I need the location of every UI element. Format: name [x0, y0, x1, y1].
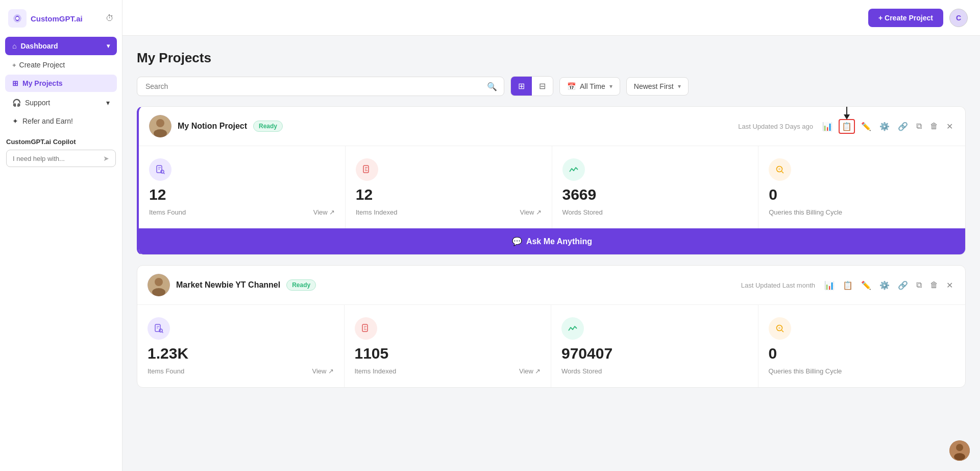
edit-icon-market[interactable]: ✏️ [859, 278, 873, 292]
view-list-button[interactable]: ⊞ [511, 77, 532, 96]
stats-grid-market: 1.23K Items Found View ↗ 1105 [137, 305, 965, 387]
logo-area: CustomGPT.ai ⏱ [0, 0, 122, 37]
items-indexed-value-market: 1105 [355, 345, 541, 362]
copilot-section: CustomGPT.ai Copilot ➤ [6, 138, 116, 167]
svg-point-4 [154, 129, 167, 137]
remove-icon[interactable]: ✕ [944, 120, 955, 133]
stat-queries-market: 0 Queries this Billing Cycle [758, 305, 966, 387]
filter-time-dropdown[interactable]: 📅 All Time ▾ [559, 77, 620, 96]
content-area: My Projects 🔍 ⊞ ⊟ 📅 All Time ▾ Newest Fi… [122, 36, 980, 471]
view-toggle: ⊞ ⊟ [510, 76, 553, 96]
last-updated-market: Last Updated Last month [741, 281, 815, 289]
project-avatar-market [148, 274, 170, 296]
svg-line-24 [162, 332, 163, 333]
words-stored-value-market: 970407 [561, 345, 748, 362]
svg-point-33 [778, 327, 780, 329]
queries-value-notion: 0 [769, 186, 955, 203]
items-found-value-notion: 12 [149, 186, 335, 203]
items-indexed-value-notion: 12 [356, 186, 542, 203]
svg-point-8 [161, 170, 164, 173]
project-card-notion: My Notion Project Ready Last Updated 3 D… [137, 106, 966, 255]
chevron-down-support-icon: ▾ [106, 99, 110, 107]
stat-items-found-notion: 12 Items Found View ↗ [139, 146, 346, 228]
stat-label-row-found: Items Found View ↗ [149, 208, 335, 216]
project-header-market: Market Newbie YT Channel Ready Last Upda… [137, 266, 965, 305]
svg-point-18 [778, 168, 780, 170]
delete-icon[interactable]: 🗑 [928, 120, 940, 133]
copilot-input-wrap[interactable]: ➤ [6, 150, 116, 167]
remove-icon-market[interactable]: ✕ [944, 278, 955, 292]
settings-icon-market[interactable]: ⚙️ [877, 278, 892, 292]
project-avatar-notion [149, 115, 172, 137]
project-card-market: Market Newbie YT Channel Ready Last Upda… [137, 265, 966, 388]
documents-icon[interactable]: 📋 [839, 119, 855, 134]
items-found-view-link[interactable]: View ↗ [313, 208, 335, 216]
stat-words-stored-market: 970407 Words Stored [551, 305, 758, 387]
avatar-face [949, 440, 970, 461]
sidebar-item-dashboard[interactable]: ⌂ Dashboard ▾ [5, 37, 117, 55]
words-stored-icon [562, 158, 585, 181]
external-link-icon-2: ↗ [536, 208, 542, 216]
bottom-user-avatar[interactable] [949, 440, 970, 461]
copilot-title: CustomGPT.ai Copilot [6, 138, 116, 146]
link-icon[interactable]: 🔗 [896, 120, 910, 133]
stat-items-found-market: 1.23K Items Found View ↗ [137, 305, 345, 387]
project-actions-notion: Last Updated 3 Days ago 📊 📋 ✏️ ⚙️ 🔗 ⧉ [738, 120, 955, 133]
stat-items-indexed-market: 1105 Items Indexed View ↗ [345, 305, 552, 387]
project-status-notion: Ready [253, 121, 283, 132]
search-wrap: 🔍 [137, 77, 504, 96]
items-found-view-link-market[interactable]: View ↗ [312, 367, 334, 375]
plus-icon: + [12, 61, 16, 69]
items-indexed-view-link[interactable]: View ↗ [520, 208, 542, 216]
words-stored-label-market: Words Stored [561, 367, 602, 375]
queries-label: Queries this Billing Cycle [769, 208, 842, 216]
words-stored-icon-market [561, 317, 584, 340]
copy-icon-market[interactable]: ⧉ [914, 278, 924, 292]
documents-icon-market[interactable]: 📋 [841, 278, 855, 292]
stat-queries-notion: 0 Queries this Billing Cycle [758, 146, 965, 228]
stats-grid-notion: 12 Items Found View ↗ 12 [139, 146, 965, 228]
items-indexed-label-market: Items Indexed [355, 367, 397, 375]
logo-icon [8, 9, 27, 28]
svg-line-17 [782, 172, 784, 174]
dashboard-label: Dashboard [20, 42, 58, 50]
svg-line-32 [781, 331, 783, 333]
top-bar: + Create Project C [122, 0, 980, 36]
last-updated-notion: Last Updated 3 Days ago [738, 123, 813, 130]
sidebar-item-refer[interactable]: ✦ Refer and Earn! [5, 112, 117, 130]
avatar-image-notion [149, 115, 172, 137]
copy-icon[interactable]: ⧉ [914, 120, 924, 133]
items-found-label: Items Found [149, 208, 186, 216]
view-grid-button[interactable]: ⊟ [532, 77, 553, 96]
sidebar-item-my-projects[interactable]: ⊞ My Projects [5, 75, 117, 92]
edit-icon[interactable]: ✏️ [859, 120, 873, 133]
chevron-down-icon: ▾ [107, 42, 110, 50]
queries-icon-market [769, 317, 791, 340]
copilot-input[interactable] [13, 155, 99, 162]
items-indexed-view-link-market[interactable]: View ↗ [519, 367, 541, 375]
clock-icon[interactable]: ⏱ [106, 14, 114, 23]
send-icon[interactable]: ➤ [103, 154, 109, 162]
analytics-icon[interactable]: 📊 [820, 120, 835, 133]
main-area: + Create Project C My Projects 🔍 ⊞ ⊟ 📅 A… [122, 0, 980, 471]
user-avatar-top[interactable]: C [949, 9, 968, 27]
search-input[interactable] [137, 77, 504, 96]
filter-sort-dropdown[interactable]: Newest First ▾ [626, 77, 689, 96]
sidebar-item-create-project[interactable]: + Create Project [5, 56, 117, 74]
analytics-icon-market[interactable]: 📊 [822, 278, 837, 292]
ask-me-anything-bar-notion[interactable]: 💬 Ask Me Anything [139, 228, 965, 254]
refer-label: Refer and Earn! [22, 117, 73, 125]
svg-point-1 [16, 17, 19, 20]
stat-label-row-queries-market: Queries this Billing Cycle [769, 367, 955, 375]
link-icon-market[interactable]: 🔗 [896, 278, 910, 292]
items-indexed-icon [356, 158, 378, 181]
svg-point-3 [156, 119, 164, 127]
stat-label-row-indexed: Items Indexed View ↗ [356, 208, 542, 216]
my-projects-label: My Projects [22, 79, 63, 87]
settings-icon[interactable]: ⚙️ [877, 120, 892, 133]
create-project-button[interactable]: + Create Project [868, 9, 943, 27]
items-indexed-label: Items Indexed [356, 208, 398, 216]
sidebar-item-support[interactable]: 🎧 Support ▾ [5, 94, 117, 111]
delete-icon-market[interactable]: 🗑 [928, 278, 940, 292]
avatar-image-market [148, 274, 170, 296]
